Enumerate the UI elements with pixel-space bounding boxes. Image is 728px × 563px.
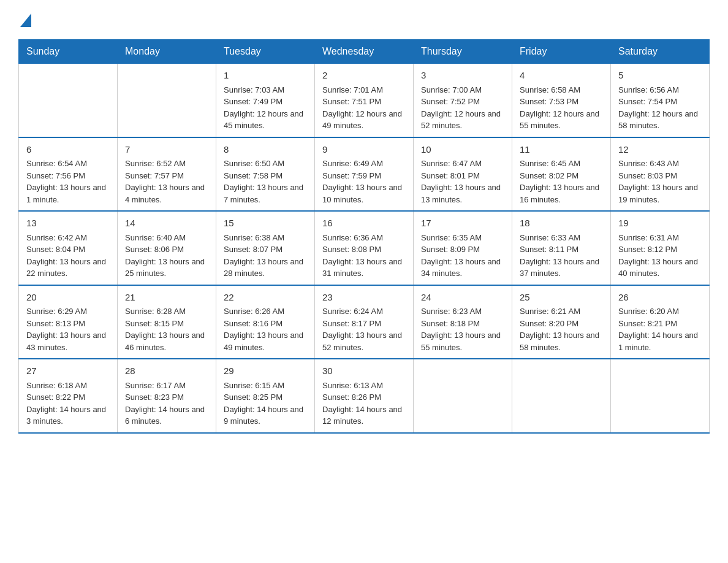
day-number: 20 — [26, 291, 110, 305]
day-sun-info: Sunrise: 6:17 AMSunset: 8:23 PMDaylight:… — [125, 380, 208, 427]
calendar-cell: 21Sunrise: 6:28 AMSunset: 8:15 PMDayligh… — [118, 285, 216, 359]
day-number: 23 — [322, 291, 406, 305]
calendar-cell: 9Sunrise: 6:49 AMSunset: 7:59 PMDaylight… — [315, 137, 414, 212]
calendar-cell: 20Sunrise: 6:29 AMSunset: 8:13 PMDayligh… — [19, 285, 118, 359]
calendar-cell: 2Sunrise: 7:01 AMSunset: 7:51 PMDaylight… — [315, 64, 414, 137]
day-sun-info: Sunrise: 6:43 AMSunset: 8:03 PMDaylight:… — [618, 158, 702, 205]
day-number: 16 — [322, 216, 406, 231]
calendar-cell: 17Sunrise: 6:35 AMSunset: 8:09 PMDayligh… — [414, 211, 512, 285]
day-sun-info: Sunrise: 6:18 AMSunset: 8:22 PMDaylight:… — [26, 380, 110, 427]
day-number: 9 — [322, 143, 406, 157]
day-header-tuesday: Tuesday — [216, 40, 315, 64]
day-sun-info: Sunrise: 6:20 AMSunset: 8:21 PMDaylight:… — [618, 305, 702, 353]
day-number: 21 — [125, 291, 208, 305]
day-sun-info: Sunrise: 6:54 AMSunset: 7:56 PMDaylight:… — [26, 158, 110, 205]
calendar-cell: 18Sunrise: 6:33 AMSunset: 8:11 PMDayligh… — [512, 211, 611, 285]
calendar-cell: 29Sunrise: 6:15 AMSunset: 8:25 PMDayligh… — [216, 359, 315, 433]
day-header-saturday: Saturday — [611, 40, 710, 64]
day-sun-info: Sunrise: 6:13 AMSunset: 8:26 PMDaylight:… — [322, 380, 406, 427]
calendar-cell: 1Sunrise: 7:03 AMSunset: 7:49 PMDaylight… — [216, 64, 315, 137]
week-row-4: 20Sunrise: 6:29 AMSunset: 8:13 PMDayligh… — [19, 285, 710, 359]
day-sun-info: Sunrise: 6:26 AMSunset: 8:16 PMDaylight:… — [224, 305, 307, 353]
day-sun-info: Sunrise: 6:21 AMSunset: 8:20 PMDaylight:… — [520, 305, 603, 353]
day-sun-info: Sunrise: 6:49 AMSunset: 7:59 PMDaylight:… — [322, 158, 406, 205]
calendar-cell — [512, 359, 611, 433]
day-number: 12 — [618, 143, 702, 157]
day-sun-info: Sunrise: 6:15 AMSunset: 8:25 PMDaylight:… — [224, 380, 307, 427]
calendar-cell: 8Sunrise: 6:50 AMSunset: 7:58 PMDaylight… — [216, 137, 315, 212]
day-sun-info: Sunrise: 7:03 AMSunset: 7:49 PMDaylight:… — [224, 84, 307, 132]
calendar-cell: 7Sunrise: 6:52 AMSunset: 7:57 PMDaylight… — [118, 137, 216, 212]
day-number: 26 — [618, 291, 702, 305]
day-sun-info: Sunrise: 6:28 AMSunset: 8:15 PMDaylight:… — [125, 305, 208, 353]
calendar-cell — [611, 359, 710, 433]
day-sun-info: Sunrise: 6:23 AMSunset: 8:18 PMDaylight:… — [421, 305, 504, 353]
day-sun-info: Sunrise: 6:29 AMSunset: 8:13 PMDaylight:… — [26, 305, 110, 353]
calendar-cell: 3Sunrise: 7:00 AMSunset: 7:52 PMDaylight… — [414, 64, 512, 137]
calendar-cell: 26Sunrise: 6:20 AMSunset: 8:21 PMDayligh… — [611, 285, 710, 359]
calendar-cell: 19Sunrise: 6:31 AMSunset: 8:12 PMDayligh… — [611, 211, 710, 285]
day-sun-info: Sunrise: 6:35 AMSunset: 8:09 PMDaylight:… — [421, 232, 504, 280]
day-sun-info: Sunrise: 7:00 AMSunset: 7:52 PMDaylight:… — [421, 84, 504, 132]
calendar-cell: 28Sunrise: 6:17 AMSunset: 8:23 PMDayligh… — [118, 359, 216, 433]
day-sun-info: Sunrise: 6:56 AMSunset: 7:54 PMDaylight:… — [618, 84, 702, 132]
day-number: 2 — [322, 69, 406, 83]
logo-triangle-icon — [20, 13, 31, 27]
page-header — [18, 12, 710, 27]
calendar-cell: 6Sunrise: 6:54 AMSunset: 7:56 PMDaylight… — [19, 137, 118, 212]
day-sun-info: Sunrise: 7:01 AMSunset: 7:51 PMDaylight:… — [322, 84, 406, 132]
logo — [18, 12, 31, 27]
day-sun-info: Sunrise: 6:33 AMSunset: 8:11 PMDaylight:… — [520, 232, 603, 280]
week-row-3: 13Sunrise: 6:42 AMSunset: 8:04 PMDayligh… — [19, 211, 710, 285]
day-number: 14 — [125, 216, 208, 231]
day-sun-info: Sunrise: 6:58 AMSunset: 7:53 PMDaylight:… — [520, 84, 603, 132]
day-number: 25 — [520, 291, 603, 305]
day-number: 27 — [26, 364, 110, 378]
calendar-table: SundayMondayTuesdayWednesdayThursdayFrid… — [18, 39, 710, 434]
day-number: 7 — [125, 143, 208, 157]
day-number: 30 — [322, 364, 406, 378]
day-number: 19 — [618, 216, 702, 231]
day-number: 29 — [224, 364, 307, 378]
week-row-1: 1Sunrise: 7:03 AMSunset: 7:49 PMDaylight… — [19, 64, 710, 137]
day-number: 8 — [224, 143, 307, 157]
calendar-cell: 30Sunrise: 6:13 AMSunset: 8:26 PMDayligh… — [315, 359, 414, 433]
calendar-cell: 25Sunrise: 6:21 AMSunset: 8:20 PMDayligh… — [512, 285, 611, 359]
day-sun-info: Sunrise: 6:24 AMSunset: 8:17 PMDaylight:… — [322, 305, 406, 353]
calendar-cell: 5Sunrise: 6:56 AMSunset: 7:54 PMDaylight… — [611, 64, 710, 137]
day-header-wednesday: Wednesday — [315, 40, 414, 64]
calendar-cell: 15Sunrise: 6:38 AMSunset: 8:07 PMDayligh… — [216, 211, 315, 285]
week-row-5: 27Sunrise: 6:18 AMSunset: 8:22 PMDayligh… — [19, 359, 710, 433]
day-number: 11 — [520, 143, 603, 157]
calendar-cell — [19, 64, 118, 137]
calendar-cell: 12Sunrise: 6:43 AMSunset: 8:03 PMDayligh… — [611, 137, 710, 212]
day-header-sunday: Sunday — [19, 40, 118, 64]
calendar-cell: 16Sunrise: 6:36 AMSunset: 8:08 PMDayligh… — [315, 211, 414, 285]
calendar-cell: 27Sunrise: 6:18 AMSunset: 8:22 PMDayligh… — [19, 359, 118, 433]
calendar-cell: 22Sunrise: 6:26 AMSunset: 8:16 PMDayligh… — [216, 285, 315, 359]
day-sun-info: Sunrise: 6:36 AMSunset: 8:08 PMDaylight:… — [322, 232, 406, 280]
day-sun-info: Sunrise: 6:31 AMSunset: 8:12 PMDaylight:… — [618, 232, 702, 280]
day-sun-info: Sunrise: 6:47 AMSunset: 8:01 PMDaylight:… — [421, 158, 504, 205]
day-sun-info: Sunrise: 6:45 AMSunset: 8:02 PMDaylight:… — [520, 158, 603, 205]
svg-marker-0 — [20, 13, 31, 27]
calendar-cell: 23Sunrise: 6:24 AMSunset: 8:17 PMDayligh… — [315, 285, 414, 359]
day-number: 10 — [421, 143, 504, 157]
calendar-cell — [414, 359, 512, 433]
calendar-cell: 24Sunrise: 6:23 AMSunset: 8:18 PMDayligh… — [414, 285, 512, 359]
day-number: 5 — [618, 69, 702, 83]
day-number: 15 — [224, 216, 307, 231]
calendar-header-row: SundayMondayTuesdayWednesdayThursdayFrid… — [19, 40, 710, 64]
calendar-cell: 14Sunrise: 6:40 AMSunset: 8:06 PMDayligh… — [118, 211, 216, 285]
calendar-cell: 4Sunrise: 6:58 AMSunset: 7:53 PMDaylight… — [512, 64, 611, 137]
day-header-monday: Monday — [118, 40, 216, 64]
day-sun-info: Sunrise: 6:52 AMSunset: 7:57 PMDaylight:… — [125, 158, 208, 205]
day-sun-info: Sunrise: 6:40 AMSunset: 8:06 PMDaylight:… — [125, 232, 208, 280]
day-number: 3 — [421, 69, 504, 83]
calendar-cell: 10Sunrise: 6:47 AMSunset: 8:01 PMDayligh… — [414, 137, 512, 212]
day-header-friday: Friday — [512, 40, 611, 64]
day-number: 13 — [26, 216, 110, 231]
day-number: 17 — [421, 216, 504, 231]
day-header-thursday: Thursday — [414, 40, 512, 64]
day-number: 18 — [520, 216, 603, 231]
